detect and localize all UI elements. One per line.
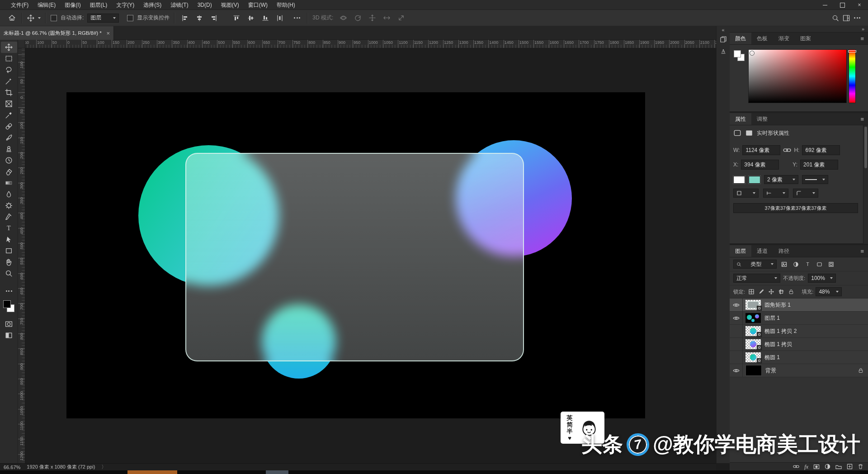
- layer-thumbnail[interactable]: [745, 326, 761, 336]
- eraser-tool[interactable]: [1, 166, 17, 177]
- stroke-cap-dropdown[interactable]: [763, 189, 788, 198]
- properties-scrollbar[interactable]: [863, 125, 868, 244]
- visibility-toggle[interactable]: [730, 364, 743, 377]
- width-field[interactable]: 1124 像素: [742, 145, 780, 155]
- auto-select-checkbox[interactable]: [51, 15, 57, 21]
- lock-pixels-icon[interactable]: [757, 288, 765, 296]
- corner-radius-field[interactable]: 37像素37像素37像素37像素: [733, 203, 858, 213]
- history-brush-tool[interactable]: [1, 155, 17, 166]
- collapsed-panel-icon-glyphs[interactable]: A: [717, 45, 729, 56]
- close-tab-icon[interactable]: ×: [106, 30, 110, 37]
- brush-tool[interactable]: [1, 132, 17, 143]
- menu-item-help[interactable]: 帮助(H): [272, 0, 300, 10]
- collapse-dock-icon[interactable]: »: [862, 26, 864, 32]
- menu-item-image[interactable]: 图像(I): [60, 0, 85, 10]
- layer-name[interactable]: 图层 1: [764, 314, 780, 322]
- dodge-tool[interactable]: [1, 200, 17, 211]
- minimize-button[interactable]: [816, 0, 834, 10]
- lock-all-icon[interactable]: [787, 288, 795, 296]
- edit-toolbar-icon[interactable]: [1, 285, 17, 297]
- layer-thumbnail[interactable]: [745, 352, 761, 362]
- opacity-dropdown[interactable]: 100%: [808, 274, 836, 283]
- layer-name[interactable]: 椭圆 1: [764, 354, 780, 361]
- eyedropper-tool[interactable]: [1, 109, 17, 121]
- hue-slider-marker[interactable]: [848, 50, 856, 52]
- panel-menu-icon[interactable]: ≡: [860, 35, 864, 42]
- layer-filter-dropdown[interactable]: 类型: [733, 260, 777, 269]
- gradient-tool[interactable]: [1, 177, 17, 189]
- filter-shape-layers-icon[interactable]: [815, 260, 824, 269]
- type-tool[interactable]: T: [1, 223, 17, 234]
- layer-name[interactable]: 椭圆 1 拷贝 2: [764, 327, 797, 335]
- link-dimensions-icon[interactable]: [783, 147, 791, 153]
- document-tab[interactable]: 未标题-1 @ 66.7% (圆角矩形 1, RGB/8#) * ×: [0, 26, 114, 40]
- visibility-toggle[interactable]: [730, 312, 743, 324]
- collapsed-panel-icon-libraries[interactable]: [717, 33, 729, 45]
- layer-name[interactable]: 圆角矩形 1: [764, 301, 791, 309]
- glass-rounded-rectangle[interactable]: [185, 153, 524, 361]
- layer-row-ellipse[interactable]: 椭圆 1: [730, 351, 868, 364]
- new-layer-icon[interactable]: [847, 464, 853, 469]
- layer-row-pixels[interactable]: 图层 1: [730, 312, 868, 325]
- filter-smart-objects-icon[interactable]: [826, 260, 835, 269]
- hand-tool[interactable]: [1, 256, 17, 268]
- x-field[interactable]: 394 像素: [741, 160, 779, 170]
- layer-row-background[interactable]: 背景: [730, 364, 868, 377]
- auto-select-target-dropdown[interactable]: 图层: [87, 14, 119, 23]
- options-overflow-icon[interactable]: [852, 13, 863, 24]
- screen-mode-icon[interactable]: [1, 330, 17, 341]
- clone-stamp-tool[interactable]: [1, 143, 17, 155]
- marquee-tool[interactable]: [1, 53, 17, 64]
- layer-name[interactable]: 背景: [765, 367, 776, 374]
- menu-item-file[interactable]: 文件(F): [6, 0, 33, 10]
- panel-menu-icon[interactable]: ≡: [860, 248, 864, 255]
- add-layer-mask-icon[interactable]: [813, 464, 820, 469]
- layer-name[interactable]: 椭圆 1 拷贝: [764, 341, 792, 348]
- vertical-ruler[interactable]: 1005005010015020025030035040045050055060…: [18, 48, 25, 463]
- height-field[interactable]: 692 像素: [802, 145, 840, 155]
- menu-item-view[interactable]: 视图(V): [217, 0, 244, 10]
- lock-artboard-icon[interactable]: [777, 288, 785, 296]
- layer-thumbnail[interactable]: [745, 300, 761, 310]
- tab-adjustments[interactable]: 调整: [751, 113, 773, 125]
- menu-item-window[interactable]: 窗口(W): [244, 0, 272, 10]
- status-chevron-icon[interactable]: 〉: [101, 464, 106, 470]
- foreground-color-swatch[interactable]: [3, 300, 11, 308]
- visibility-toggle[interactable]: [730, 325, 743, 337]
- fill-color-swatch[interactable]: [733, 176, 745, 184]
- menu-item-type[interactable]: 文字(Y): [112, 0, 139, 10]
- tool-preset[interactable]: [27, 14, 41, 22]
- filter-type-layers-icon[interactable]: T: [803, 260, 812, 269]
- menu-item-select[interactable]: 选择(S): [139, 0, 166, 10]
- menu-item-edit[interactable]: 编辑(E): [33, 0, 60, 10]
- canvas-area[interactable]: [25, 48, 716, 463]
- search-icon[interactable]: [830, 13, 841, 24]
- lasso-tool[interactable]: [1, 64, 17, 76]
- blur-tool[interactable]: [1, 189, 17, 200]
- rectangle-tool[interactable]: [1, 245, 17, 256]
- link-layers-icon[interactable]: [793, 464, 799, 469]
- tab-gradients[interactable]: 渐变: [773, 33, 795, 44]
- distribute-bottom-icon[interactable]: [260, 13, 271, 24]
- color-fg-mini-swatch[interactable]: [734, 50, 741, 57]
- menu-item-filter[interactable]: 滤镜(T): [166, 0, 193, 10]
- quick-selection-tool[interactable]: [1, 76, 17, 87]
- stroke-color-swatch[interactable]: [749, 176, 760, 184]
- blend-mode-dropdown[interactable]: 正常: [733, 274, 780, 283]
- move-tool[interactable]: [1, 42, 17, 53]
- delete-layer-icon[interactable]: [858, 464, 863, 469]
- align-center-horizontal-icon[interactable]: [194, 13, 205, 24]
- zoom-tool[interactable]: [1, 268, 17, 279]
- visibility-toggle[interactable]: [730, 299, 743, 311]
- show-transform-checkbox[interactable]: [127, 15, 133, 21]
- distribute-vcenter-icon[interactable]: [245, 13, 256, 24]
- layer-row-ellipse-copy2[interactable]: 椭圆 1 拷贝 2: [730, 325, 868, 338]
- tab-color[interactable]: 颜色: [730, 33, 751, 44]
- panel-menu-icon[interactable]: ≡: [860, 116, 864, 123]
- distribute-horizontal-icon[interactable]: [274, 13, 285, 24]
- distribute-top-icon[interactable]: [231, 13, 242, 24]
- lock-position-icon[interactable]: [767, 288, 775, 296]
- new-group-icon[interactable]: [835, 464, 842, 469]
- path-selection-tool[interactable]: [1, 234, 17, 245]
- tab-paths[interactable]: 路径: [773, 245, 795, 257]
